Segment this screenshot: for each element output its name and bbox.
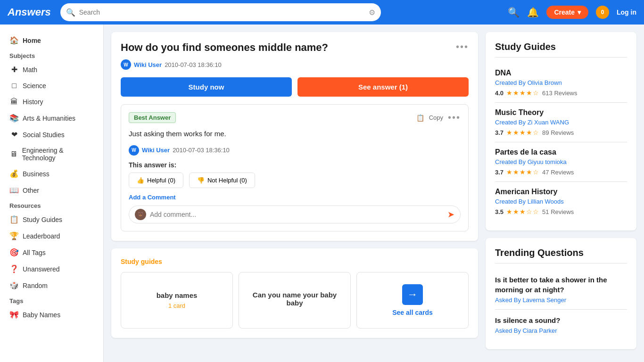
guide-american-author[interactable]: Lillian Woods	[528, 198, 564, 205]
sidebar-home[interactable]: 🏠 Home	[0, 32, 103, 49]
trending-item-1: Is it better to take a shower in the mor…	[495, 269, 627, 310]
user-points: 0	[601, 9, 604, 16]
search-bar[interactable]: 🔍 ⚙	[60, 3, 381, 21]
guide-music-reviews: 89 Reviews	[542, 129, 574, 136]
answer-more-button[interactable]: •••	[448, 112, 461, 123]
answer-author-name[interactable]: Wiki User	[142, 147, 170, 154]
trending-asked-2: Asked By Ciara Parker	[495, 327, 627, 334]
guide-american-stars: 3.5 ★★★☆☆ 51 Reviews	[495, 208, 627, 215]
search-button[interactable]: 🔍	[508, 7, 520, 18]
sidebar-item-business[interactable]: 💰 Business	[0, 165, 103, 182]
sidebar-item-social[interactable]: ❤ Social Studies	[0, 126, 103, 143]
resources-label: Resources	[0, 198, 103, 211]
comment-input[interactable]	[150, 211, 444, 218]
question-card: How do you find someones middle name? ••…	[111, 32, 478, 241]
sidebar-item-science[interactable]: □ Science	[0, 78, 103, 94]
helpful-button[interactable]: 👍 Helpful (0)	[129, 173, 183, 188]
notification-button[interactable]: 🔔	[527, 7, 539, 18]
trending-q2[interactable]: Is silence a sound?	[495, 315, 627, 325]
sidebar-item-engineering[interactable]: 🖥 Engineering & Technology	[0, 143, 103, 165]
answer-text: Just asking them works for me.	[129, 129, 461, 140]
guide-american-rating: 3.5	[495, 208, 504, 215]
comment-input-row: 🐻 ➤	[129, 206, 461, 223]
guide-item-partes: Partes de la casa Created By Giyuu tomio…	[495, 142, 627, 182]
sidebar-item-study-guides[interactable]: 📋 Study Guides	[0, 211, 103, 228]
question-header: How do you find someones middle name? ••…	[121, 41, 469, 54]
search-input[interactable]	[79, 8, 365, 16]
see-all-card[interactable]: → See all cards	[356, 272, 469, 329]
trending-author-1[interactable]: Laverna Senger	[523, 296, 567, 304]
sidebar-item-leaderboard[interactable]: 🏆 Leaderboard	[0, 228, 103, 244]
guide-american-name: American History	[495, 188, 627, 196]
best-answer-actions: 📋 Copy •••	[416, 112, 461, 123]
author-name[interactable]: Wiki User	[134, 61, 162, 68]
sidebar-item-all-tags[interactable]: 🎯 All Tags	[0, 244, 103, 261]
sidebar-engineering-label: Engineering & Technology	[22, 147, 94, 162]
guide-item-dna: DNA Created By Olivia Brown 4.0 ★★★★☆ 61…	[495, 63, 627, 103]
sidebar-history-label: History	[23, 98, 43, 106]
guide-music-name: Music Theory	[495, 108, 627, 117]
user-badge[interactable]: 0	[596, 6, 609, 19]
search-icon: 🔍	[66, 8, 75, 17]
answer-meta: W Wiki User 2010-07-03 18:36:10	[129, 145, 461, 156]
sidebar-item-history[interactable]: 🏛 History	[0, 94, 103, 110]
question-date: 2010-07-03 18:36:10	[165, 61, 222, 68]
guide-dna-creator: Created By Olivia Brown	[495, 79, 627, 86]
not-helpful-button[interactable]: 👎 Not Helpful (0)	[189, 173, 255, 188]
see-answer-button[interactable]: See answer (1)	[297, 77, 469, 97]
guide-dna-author[interactable]: Olivia Brown	[528, 79, 562, 86]
more-options-button[interactable]: •••	[456, 41, 469, 52]
create-button[interactable]: Create ▾	[546, 6, 588, 19]
subjects-label: Subjects	[0, 49, 103, 61]
add-comment-link[interactable]: Add a Comment	[129, 194, 461, 201]
tags-label: Tags	[0, 294, 103, 306]
card1-sub: 1 card	[168, 302, 185, 309]
sidebar-item-unanswered[interactable]: ❓ Unanswered	[0, 261, 103, 277]
main-content: How do you find someones middle name? ••…	[104, 25, 644, 362]
answer-author-avatar: W	[129, 145, 139, 156]
guide-partes-creator: Created By Giyuu tomioka	[495, 158, 627, 165]
arrow-icon: →	[402, 284, 423, 305]
other-icon: 📖	[9, 186, 19, 195]
home-icon: 🏠	[9, 36, 19, 45]
guide-music-author[interactable]: Zi Xuan WANG	[528, 119, 569, 126]
study-now-button[interactable]: Study now	[121, 77, 292, 97]
thumbs-up-icon: 👍	[137, 177, 144, 184]
baby-names-card[interactable]: baby names 1 card	[121, 272, 233, 329]
sidebar-other-label: Other	[23, 187, 39, 194]
sidebar-item-other[interactable]: 📖 Other	[0, 182, 103, 198]
this-answer-is-label: This answer is:	[129, 161, 461, 169]
login-link[interactable]: Log in	[617, 8, 636, 16]
helpful-label: Helpful (0)	[147, 177, 175, 184]
logo: Answers	[8, 6, 51, 18]
sidebar-item-math[interactable]: ✚ Math	[0, 61, 103, 78]
guide-partes-author[interactable]: Giyuu tomioka	[528, 158, 567, 165]
trending-author-2[interactable]: Ciara Parker	[523, 327, 557, 334]
comment-send-button[interactable]: ➤	[447, 209, 454, 220]
guide-music-stars-icons: ★★★★☆	[506, 129, 539, 136]
filter-icon[interactable]: ⚙	[369, 8, 375, 17]
cards-row: baby names 1 card Can you name your baby…	[121, 272, 469, 329]
sidebar-unanswered-label: Unanswered	[23, 265, 60, 273]
sidebar-item-random[interactable]: 🎲 Random	[0, 277, 103, 294]
card1-title: baby names	[157, 291, 198, 299]
guide-item-music: Music Theory Created By Zi Xuan WANG 3.7…	[495, 103, 627, 142]
sidebar: 🏠 Home Subjects ✚ Math □ Science 🏛 Histo…	[0, 25, 104, 362]
baby-baby-card[interactable]: Can you name your baby baby	[239, 272, 351, 329]
create-arrow: ▾	[578, 8, 581, 16]
comment-avatar: 🐻	[135, 209, 146, 220]
baby-names-icon: 🎀	[9, 310, 19, 319]
answer-date: 2010-07-03 18:36:10	[173, 147, 230, 154]
guide-american-reviews: 51 Reviews	[542, 208, 574, 215]
sidebar-study-guides-label: Study Guides	[23, 216, 62, 223]
guide-american-creator: Created By Lillian Woods	[495, 198, 627, 205]
trending-item-2: Is silence a sound? Asked By Ciara Parke…	[495, 310, 627, 340]
guide-dna-reviews: 613 Reviews	[542, 90, 577, 97]
copy-label[interactable]: Copy	[429, 114, 443, 121]
leaderboard-icon: 🏆	[9, 231, 19, 240]
sidebar-item-arts[interactable]: 📚 Arts & Humanities	[0, 110, 103, 126]
question-title: How do you find someones middle name?	[121, 41, 328, 54]
sidebar-item-baby-names[interactable]: 🎀 Baby Names	[0, 306, 103, 323]
right-column: Study Guides DNA Created By Olivia Brown…	[486, 32, 636, 357]
trending-q1[interactable]: Is it better to take a shower in the mor…	[495, 275, 627, 295]
